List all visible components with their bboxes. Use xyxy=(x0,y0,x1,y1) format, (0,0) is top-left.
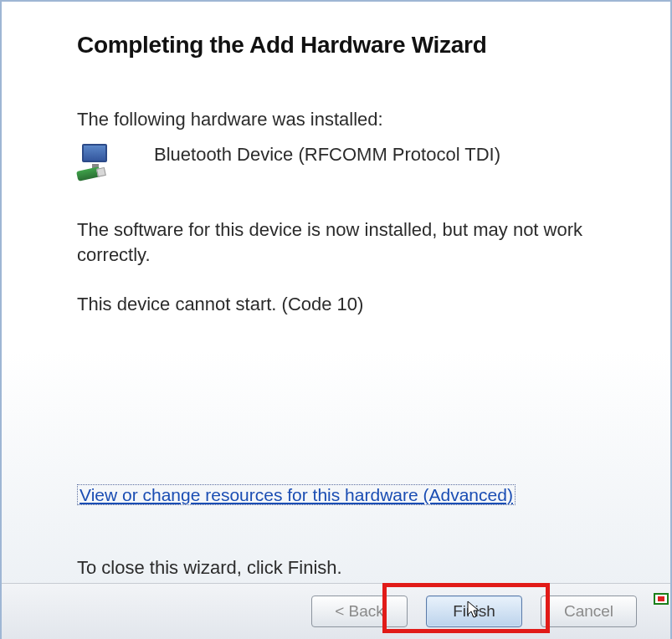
wizard-content: Completing the Add Hardware Wizard The f… xyxy=(77,32,647,342)
wizard-title: Completing the Add Hardware Wizard xyxy=(77,32,647,59)
advanced-link[interactable]: View or change resources for this hardwa… xyxy=(77,484,516,505)
hardware-name: Bluetooth Device (RFCOMM Protocol TDI) xyxy=(154,142,500,166)
installed-lead: The following hardware was installed: xyxy=(77,109,647,130)
hardware-row: Bluetooth Device (RFCOMM Protocol TDI) xyxy=(77,142,647,189)
tray-icon xyxy=(654,593,669,605)
button-bar: < Back Finish Cancel xyxy=(2,583,670,639)
cancel-button: Cancel xyxy=(541,596,637,627)
back-button: < Back xyxy=(311,596,408,627)
advanced-link-area: View or change resources for this hardwa… xyxy=(77,485,516,505)
device-icon xyxy=(77,144,122,189)
close-hint: To close this wizard, click Finish. xyxy=(77,557,342,579)
status-text-2: This device cannot start. (Code 10) xyxy=(77,292,613,317)
wizard-window: Completing the Add Hardware Wizard The f… xyxy=(0,0,672,639)
status-text-1: The software for this device is now inst… xyxy=(77,217,613,267)
